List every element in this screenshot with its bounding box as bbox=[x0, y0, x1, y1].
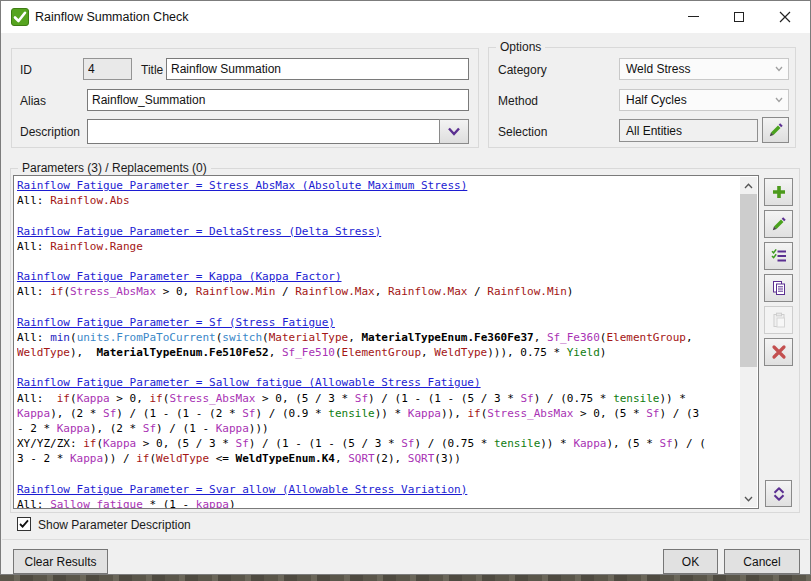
show-parameter-description-checkbox[interactable] bbox=[17, 517, 31, 531]
checklist-icon bbox=[771, 248, 787, 264]
clear-results-button[interactable]: Clear Results bbox=[13, 549, 108, 574]
cancel-button[interactable]: Cancel bbox=[724, 549, 800, 574]
paste-parameter-button[interactable] bbox=[764, 306, 793, 334]
id-field[interactable] bbox=[83, 58, 132, 80]
chevron-down-icon bbox=[775, 97, 783, 103]
screenshot-root: Rainflow Summation Check ID Title Alias … bbox=[0, 0, 811, 581]
parameter-code-box: Rainflow Fatigue Parameter = Stress AbsM… bbox=[13, 175, 759, 509]
scroll-down-button[interactable] bbox=[740, 490, 757, 507]
category-combobox[interactable]: Weld Stress bbox=[619, 58, 789, 80]
edit-parameter-list-button[interactable] bbox=[764, 242, 793, 270]
minimize-button[interactable] bbox=[672, 1, 714, 32]
close-button[interactable] bbox=[764, 1, 806, 32]
options-group-label: Options bbox=[496, 40, 545, 54]
method-label: Method bbox=[498, 94, 538, 108]
swap-expand-button[interactable] bbox=[765, 480, 792, 507]
selection-label: Selection bbox=[498, 125, 547, 139]
window-title: Rainflow Summation Check bbox=[35, 10, 189, 24]
paste-icon bbox=[771, 312, 787, 328]
minimize-icon bbox=[688, 16, 699, 17]
add-icon bbox=[771, 184, 787, 200]
description-label: Description bbox=[20, 125, 80, 139]
maximize-button[interactable] bbox=[718, 1, 760, 32]
delete-x-icon bbox=[771, 344, 787, 360]
parameters-group-label: Parameters (3) / Replacements (0) bbox=[18, 161, 211, 175]
title-label: Title bbox=[141, 63, 163, 77]
checkmark-icon bbox=[18, 518, 30, 530]
show-parameter-description-label: Show Parameter Description bbox=[38, 518, 191, 532]
edit-parameter-button[interactable] bbox=[764, 210, 793, 238]
check-icon bbox=[11, 8, 29, 26]
footer-divider bbox=[2, 539, 809, 540]
selection-field[interactable]: All Entities bbox=[619, 119, 758, 142]
dialog-window: Rainflow Summation Check ID Title Alias … bbox=[0, 0, 811, 575]
ok-button[interactable]: OK bbox=[663, 549, 718, 574]
titlebar: Rainflow Summation Check bbox=[1, 1, 810, 33]
chevron-down-icon bbox=[744, 496, 753, 502]
chevron-up-icon bbox=[744, 183, 753, 189]
method-value: Half Cycles bbox=[626, 93, 687, 107]
category-value: Weld Stress bbox=[626, 62, 690, 76]
alias-field[interactable] bbox=[87, 89, 469, 111]
category-label: Category bbox=[498, 63, 547, 77]
selection-value: All Entities bbox=[626, 124, 682, 138]
chevron-down-icon bbox=[447, 127, 461, 137]
options-group: Options Category Weld Stress Method Half… bbox=[488, 47, 796, 148]
copy-parameter-button[interactable] bbox=[764, 274, 793, 302]
description-field[interactable] bbox=[87, 119, 440, 144]
swap-diamond-icon bbox=[771, 486, 787, 502]
id-label: ID bbox=[20, 63, 32, 77]
edit-pencil-icon bbox=[768, 122, 784, 138]
delete-parameter-button[interactable] bbox=[764, 338, 793, 366]
close-icon bbox=[779, 11, 791, 23]
edit-pencil-icon bbox=[771, 216, 787, 232]
add-parameter-button[interactable] bbox=[764, 178, 793, 206]
vertical-scrollbar[interactable] bbox=[740, 177, 757, 507]
chevron-down-icon bbox=[775, 66, 783, 72]
title-field[interactable] bbox=[166, 58, 469, 80]
method-combobox[interactable]: Half Cycles bbox=[619, 89, 789, 111]
maximize-icon bbox=[734, 12, 744, 22]
scrollbar-thumb[interactable] bbox=[740, 194, 757, 367]
background-window-edge bbox=[0, 575, 811, 581]
scroll-up-button[interactable] bbox=[740, 177, 757, 194]
copy-icon bbox=[771, 280, 787, 296]
selection-edit-button[interactable] bbox=[762, 117, 789, 143]
parameter-code-editor[interactable]: Rainflow Fatigue Parameter = Stress AbsM… bbox=[17, 178, 738, 508]
description-dropdown-button[interactable] bbox=[439, 119, 469, 144]
alias-label: Alias bbox=[20, 94, 46, 108]
identification-group: ID Title Alias Description bbox=[11, 48, 479, 148]
